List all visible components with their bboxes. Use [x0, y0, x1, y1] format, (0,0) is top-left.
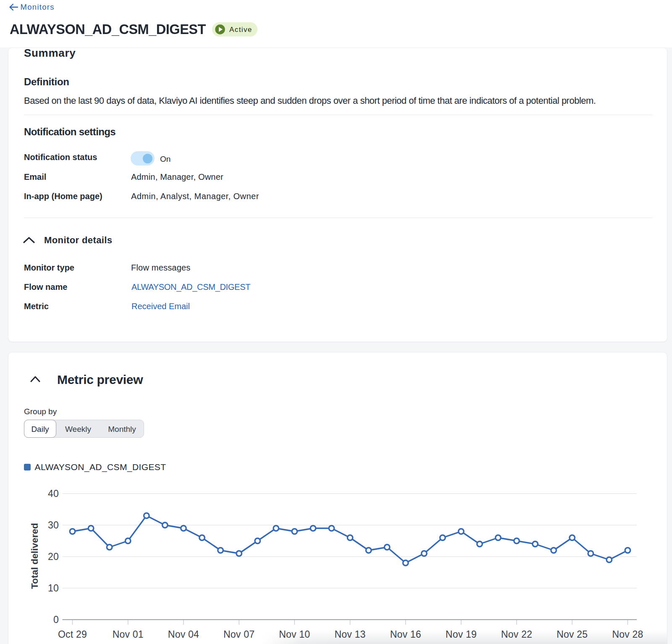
- svg-text:20: 20: [48, 551, 59, 562]
- svg-text:Nov 01: Nov 01: [113, 629, 144, 640]
- svg-text:Oct 29: Oct 29: [58, 629, 87, 640]
- svg-text:0: 0: [53, 614, 59, 625]
- svg-text:Nov 04: Nov 04: [168, 629, 199, 640]
- svg-text:Nov 07: Nov 07: [223, 629, 255, 640]
- svg-text:40: 40: [48, 488, 59, 499]
- svg-text:Nov 10: Nov 10: [279, 629, 310, 640]
- svg-text:Nov 13: Nov 13: [334, 629, 365, 640]
- svg-text:Nov 16: Nov 16: [390, 629, 421, 640]
- svg-text:Nov 19: Nov 19: [446, 629, 477, 640]
- svg-text:10: 10: [48, 583, 59, 594]
- svg-text:Nov 28: Nov 28: [612, 629, 643, 640]
- svg-text:30: 30: [48, 520, 59, 531]
- svg-text:Nov 22: Nov 22: [501, 629, 532, 640]
- svg-text:Nov 25: Nov 25: [556, 629, 588, 640]
- svg-text:Total delivered: Total delivered: [29, 523, 40, 589]
